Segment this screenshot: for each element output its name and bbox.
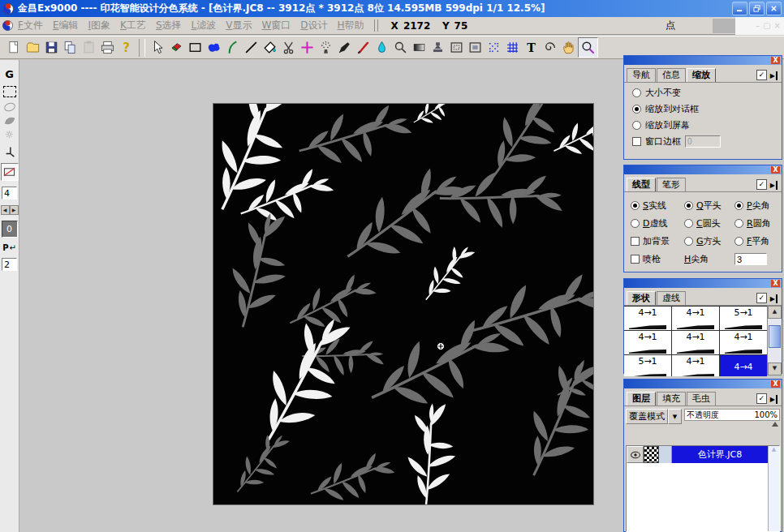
document-icon[interactable] [2,20,13,31]
shape-tab-形状[interactable]: 形状 [627,291,656,305]
menu-编辑[interactable]: E编辑 [48,19,84,32]
panel-collapse-icon[interactable]: ▶ [770,181,778,190]
radio-icon[interactable] [632,105,641,114]
panel-collapse-icon[interactable]: ▶ [770,71,778,80]
menu-文件[interactable]: F文件 [13,19,48,32]
menu-工艺[interactable]: K工艺 [115,19,151,32]
zoom-option-大小不变[interactable]: 大小不变 [624,83,782,99]
radio-平头[interactable]: Q平头 [684,200,734,212]
pen-tool-icon[interactable] [335,38,354,57]
image-frame-tool-icon[interactable] [466,38,485,57]
menu-设计[interactable]: D设计 [295,19,332,32]
mini-scrollbar[interactable]: ◀▶ [1,205,19,215]
copy-icon[interactable] [61,38,80,57]
restore-button[interactable] [749,2,765,15]
menu-滤波[interactable]: L滤波 [187,19,222,32]
radio-尖角[interactable]: P尖角 [734,200,782,212]
check-加背景[interactable]: 加背景 [631,235,684,247]
eye-icon[interactable] [627,446,644,463]
shape-scrollbar[interactable]: ▲ ▼ [767,306,782,375]
layer-swatch[interactable] [659,446,672,463]
layer-thumbnail[interactable] [644,446,659,463]
zoom-tab-缩放[interactable]: 缩放 [687,68,716,82]
eraser-tool-icon[interactable] [167,38,186,57]
close-icon[interactable]: X [771,280,780,287]
position-cross-tool-icon[interactable] [298,38,317,57]
menu-显示[interactable]: V显示 [221,19,256,32]
scroll-right-icon[interactable]: ▶ [10,205,19,215]
tolerance-field[interactable]: 4 [2,187,17,200]
panel-pin-checkbox[interactable]: ✓ [756,179,767,190]
shape-cell-5→1[interactable]: 5→1 [624,355,672,376]
radio-方头[interactable]: G方头 [684,235,734,247]
radio-虚线[interactable]: D虚线 [631,217,684,230]
freehand-select-tool-icon[interactable] [205,38,223,57]
size-field[interactable]: 2 [2,258,17,271]
panel-title-bar[interactable]: X [624,279,782,288]
brush-tool-icon[interactable] [354,38,373,57]
spray-tool-icon[interactable] [317,38,335,57]
radio-圆角[interactable]: R圆角 [734,217,782,230]
shape-cell-5→1[interactable]: 5→1 [720,307,767,331]
shape-cell-4→1[interactable]: 4→1 [624,331,672,355]
window-border-checkbox[interactable] [632,137,641,146]
gradient-tool-icon[interactable] [410,38,429,57]
menu-图象[interactable]: I图象 [84,19,116,32]
panel-title-bar[interactable]: X [624,165,782,174]
layer-scrollbar[interactable]: ▲ [768,446,779,531]
blend-mode-dropdown[interactable]: 覆盖模式 ▼ [626,409,682,424]
open-file-icon[interactable] [24,38,42,57]
pointer-tool-icon[interactable] [149,38,167,57]
line-tab-线型[interactable]: 线型 [627,178,656,191]
shape-cell-4→1[interactable]: 4→1 [672,307,720,331]
grid-tool-icon[interactable] [503,38,522,57]
chevron-down-icon[interactable]: ▼ [668,409,682,424]
stamp-tool-icon[interactable] [429,38,447,57]
g-tool-button[interactable]: G [5,68,14,80]
panel-title-bar[interactable]: X [624,380,782,388]
layer-tab-填充[interactable]: 填充 [657,392,686,405]
fill-tool-icon[interactable] [261,38,279,57]
opacity-slider[interactable] [684,421,780,427]
close-button[interactable] [766,2,782,15]
new-file-icon[interactable] [5,38,24,57]
panel-pin-checkbox[interactable]: ✓ [756,293,767,303]
current-shape-indicator[interactable] [1,163,19,181]
drop-tool-icon[interactable] [373,38,391,57]
text-tool-icon[interactable] [522,38,541,57]
radio-圆头[interactable]: C圆头 [684,217,734,230]
shape-cell-4→4[interactable]: 4→4 [720,355,767,376]
radio-实线[interactable]: S实线 [631,200,684,212]
print-icon[interactable] [98,38,117,57]
save-icon[interactable] [42,38,61,57]
panel-pin-checkbox[interactable]: ✓ [756,393,767,404]
layer-name[interactable]: 色计界.JC8 [672,446,768,463]
line-tool-icon[interactable] [242,38,261,57]
scroll-left-icon[interactable]: ◀ [1,205,10,215]
close-icon[interactable]: X [771,380,780,388]
zoom-tool-icon[interactable] [578,37,598,58]
panel-title-bar[interactable]: X [624,56,782,65]
cut-tool-icon[interactable] [279,38,298,57]
layer-tab-图层[interactable]: 图层 [627,392,656,405]
magnifier-tool-icon[interactable] [391,38,410,57]
help-icon[interactable] [117,38,136,57]
radio-icon[interactable] [632,121,641,130]
index-value-box[interactable]: 0 [2,221,18,238]
layer-tab-毛虫[interactable]: 毛虫 [687,392,716,405]
zoom-option-缩放到屏幕[interactable]: 缩放到屏幕 [624,115,782,131]
shape-cell-4→1[interactable]: 4→1 [672,331,720,355]
shape-tab-虚线[interactable]: 虚线 [657,291,686,305]
shape-cell-4→1[interactable]: 4→1 [672,355,720,376]
sharp-angle-input[interactable] [734,253,782,265]
close-icon[interactable]: X [771,57,780,64]
zoom-tab-导航[interactable]: 导航 [627,68,656,82]
radio-icon[interactable] [632,88,641,97]
menu-帮助[interactable]: H帮助 [333,19,369,32]
scrollbar-thumb[interactable] [769,325,781,348]
panel-collapse-icon[interactable]: ▶ [770,294,778,303]
pan-tool-icon[interactable] [559,38,578,57]
rect-select-tool-icon[interactable] [186,38,205,57]
halftone-pattern-tool-icon[interactable] [485,38,503,57]
window-border-row[interactable]: 窗口边框 [624,131,782,148]
